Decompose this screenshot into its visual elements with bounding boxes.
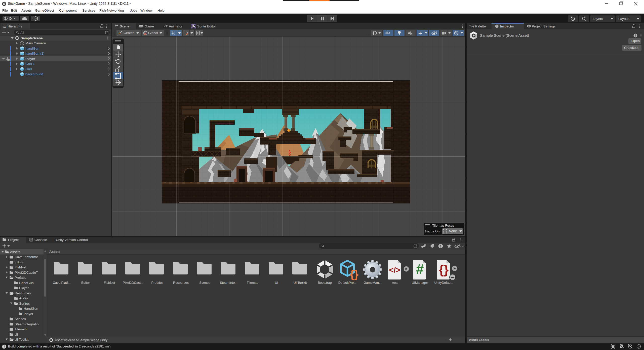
svg-text:SteamInte...: SteamInte... <box>220 281 237 285</box>
svg-text:Editor: Editor <box>15 260 24 264</box>
svg-text:Tilemap: Tilemap <box>15 327 27 331</box>
svg-text:Scenes: Scenes <box>199 281 210 285</box>
svg-text:Player: Player <box>25 57 35 61</box>
svg-text:Assets: Assets <box>10 250 20 254</box>
svg-text:Resources: Resources <box>173 281 189 285</box>
svg-text:HandGun: HandGun <box>24 307 38 310</box>
svg-text:Main Camera: Main Camera <box>25 41 46 45</box>
svg-text:{}: {} <box>350 268 358 280</box>
svg-text:UnityDefau...: UnityDefau... <box>434 281 453 285</box>
svg-text:Y: Y <box>174 33 176 35</box>
svg-text:Resources: Resources <box>15 291 31 295</box>
svg-text:Cave Platf...: Cave Platf... <box>53 281 71 285</box>
svg-text:SampleScene: SampleScene <box>21 36 43 40</box>
svg-text:Audio: Audio <box>19 296 28 300</box>
svg-text:Player: Player <box>19 286 29 290</box>
svg-text:Pixel2DCast...: Pixel2DCast... <box>123 281 143 285</box>
svg-text:FishNet: FishNet <box>104 281 115 285</box>
svg-text:handGun (1): handGun (1) <box>25 52 45 55</box>
svg-text:#: # <box>416 261 424 277</box>
svg-text:GameMan...: GameMan... <box>364 281 382 285</box>
svg-text:{}: {} <box>439 263 449 277</box>
svg-text:Prefabs: Prefabs <box>15 276 26 279</box>
svg-text:?: ? <box>635 34 636 37</box>
svg-text:D: D <box>35 17 37 20</box>
svg-text:Grid: Grid <box>25 67 32 71</box>
svg-text:Cave Platforme: Cave Platforme <box>15 255 38 259</box>
svg-text:Tilemap: Tilemap <box>247 281 258 285</box>
svg-text:Pixel2DCastleT: Pixel2DCastleT <box>15 271 38 274</box>
svg-text:Bootstrap: Bootstrap <box>318 281 332 285</box>
svg-text:Prefabs: Prefabs <box>151 281 163 285</box>
svg-text:</>: </> <box>389 266 400 274</box>
svg-text:UIManager: UIManager <box>412 281 428 285</box>
svg-text:UI Toolkit: UI Toolkit <box>293 281 307 285</box>
svg-text:Grid 1: Grid 1 <box>25 62 35 66</box>
svg-text:test: test <box>392 281 398 285</box>
svg-text:Editor: Editor <box>81 281 90 285</box>
svg-text:DefaultPre...: DefaultPre... <box>338 281 356 285</box>
svg-text:UI Toolkit: UI Toolkit <box>15 338 29 341</box>
svg-text:Scenes: Scenes <box>15 317 26 321</box>
svg-text:handGun: handGun <box>25 47 39 50</box>
svg-text:Player: Player <box>24 312 33 316</box>
svg-text:SteamIntegratio: SteamIntegratio <box>15 322 38 326</box>
svg-text:Sprites: Sprites <box>19 302 30 305</box>
svg-text:background: background <box>25 72 43 76</box>
svg-text:HandGun: HandGun <box>19 281 34 285</box>
svg-text:UI: UI <box>15 333 18 336</box>
svg-text:UI: UI <box>275 281 278 285</box>
svg-text:FishNet: FishNet <box>15 265 26 269</box>
